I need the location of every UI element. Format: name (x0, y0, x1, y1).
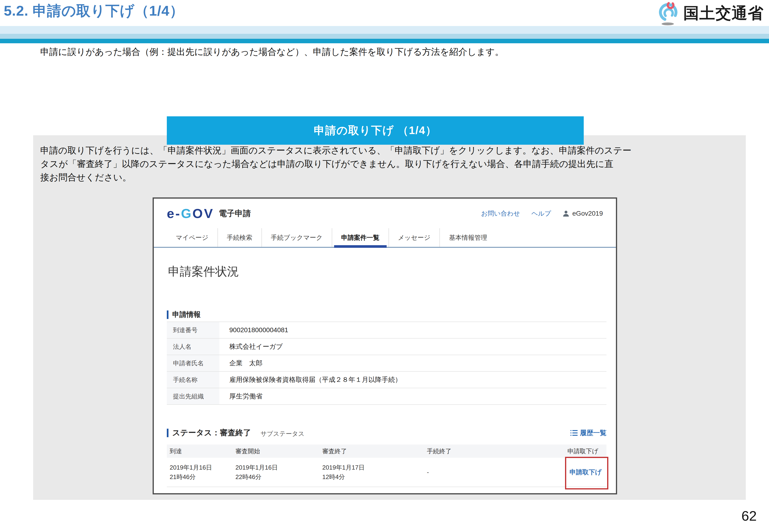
arrival-datetime: 2019年1月16日 21時46分 (167, 463, 232, 482)
egov-page-heading: 申請案件状況 (168, 264, 239, 279)
slide: 5.2. 申請の取り下げ（1/4） 国土交通省 申請に誤りがあった場合（例：提出… (0, 0, 769, 532)
procedure-end-value: - (424, 467, 565, 477)
tab-procedure-bookmark[interactable]: 手続ブックマーク (261, 228, 332, 247)
header-band-cyan (0, 39, 769, 43)
row-value: 株式会社イーガブ (219, 339, 607, 355)
withdraw-application-link[interactable]: 申請取下げ (570, 468, 602, 476)
tab-basic-info[interactable]: 基本情報管理 (440, 228, 496, 247)
substatus-label: サブステータス (260, 430, 304, 438)
list-icon (571, 430, 578, 436)
header-band-mid (0, 34, 769, 39)
tab-mypage[interactable]: マイページ (167, 228, 217, 247)
page-number: 62 (741, 508, 757, 524)
user-account[interactable]: eGov2019 (563, 210, 603, 217)
status-header-row: 到達 審査開始 審査終了 手続終了 申請取下げ (167, 445, 607, 458)
egov-service-name: 電子申請 (219, 208, 251, 219)
status-label: ステータス：審査終了 (172, 427, 251, 438)
review-start-datetime: 2019年1月16日 22時46分 (232, 463, 319, 482)
history-list-link[interactable]: 履歴一覧 (571, 428, 607, 437)
application-info-table: 到達番号 9002018000004081 法人名 株式会社イーガブ 申請者氏名… (167, 322, 607, 405)
section-banner: 申請の取り下げ （1/4） (167, 116, 584, 145)
withdraw-cell: 申請取下げ (565, 458, 607, 487)
row-value: 企業 太郎 (219, 355, 607, 371)
mlit-swirl-icon (656, 1, 680, 26)
egov-wordmark: e-GOV (167, 206, 214, 221)
row-value: 雇用保険被保険者資格取得届（平成２８年１月以降手続） (219, 372, 607, 388)
table-row: 申請者氏名 企業 太郎 (167, 355, 607, 372)
tab-messages[interactable]: メッセージ (389, 228, 440, 247)
col-review-start: 審査開始 (232, 447, 319, 455)
table-row: 法人名 株式会社イーガブ (167, 339, 607, 355)
row-label: 提出先組織 (167, 388, 219, 404)
page-title: 5.2. 申請の取り下げ（1/4） (4, 1, 184, 21)
table-row: 手続名称 雇用保険被保険者資格取得届（平成２８年１月以降手続） (167, 372, 607, 388)
status-data-row: 2019年1月16日 21時46分 2019年1月16日 22時46分 2019… (167, 458, 607, 487)
help-link[interactable]: ヘルプ (532, 209, 551, 218)
section-bar-icon (167, 310, 168, 319)
user-name: eGov2019 (572, 210, 603, 217)
col-review-end: 審査終了 (319, 447, 424, 455)
status-table: 到達 審査開始 審査終了 手続終了 申請取下げ 2019年1月16日 21時46… (167, 445, 607, 487)
section-bar-icon (167, 429, 168, 437)
tab-application-list[interactable]: 申請案件一覧 (332, 228, 389, 247)
user-icon (563, 210, 570, 217)
egov-letters-ov: OV (192, 206, 214, 221)
tab-procedure-search[interactable]: 手続検索 (217, 228, 261, 247)
row-label: 手続名称 (167, 372, 219, 388)
contact-link[interactable]: お問い合わせ (481, 209, 520, 218)
egov-header: e-GOV 電子申請 お問い合わせ ヘルプ eGov2019 (154, 199, 616, 228)
row-label: 法人名 (167, 339, 219, 355)
ministry-name: 国土交通省 (683, 3, 764, 24)
egov-letter-g: G (181, 206, 193, 221)
row-value: 9002018000004081 (219, 322, 607, 338)
col-procedure-end: 手続終了 (424, 447, 565, 455)
egov-nav: マイページ 手続検索 手続ブックマーク 申請案件一覧 メッセージ 基本情報管理 (154, 228, 616, 248)
info-section-title: 申請情報 (172, 310, 201, 319)
row-label: 申請者氏名 (167, 355, 219, 371)
row-label: 到達番号 (167, 322, 219, 338)
egov-logo[interactable]: e-GOV 電子申請 (167, 206, 251, 221)
section-banner-title: 申請の取り下げ （1/4） (314, 123, 437, 138)
intro-text: 申請に誤りがあった場合（例：提出先に誤りがあった場合など）、申請した案件を取り下… (40, 46, 504, 58)
egov-letters-e-dash: e- (167, 206, 181, 221)
header-band-light (0, 26, 769, 34)
table-row: 到達番号 9002018000004081 (167, 322, 607, 339)
section-description: 申請の取り下げを行うには、「申請案件状況」画面のステータスに表示されている、「申… (40, 144, 741, 184)
col-withdraw: 申請取下げ (565, 447, 607, 455)
status-section-header: ステータス：審査終了 サブステータス 履歴一覧 (167, 427, 607, 438)
row-value: 厚生労働省 (219, 388, 607, 404)
info-section-header: 申請情報 (167, 310, 201, 319)
table-row: 提出先組織 厚生労働省 (167, 388, 607, 405)
ministry-logo: 国土交通省 (656, 1, 764, 26)
egov-screenshot: e-GOV 電子申請 お問い合わせ ヘルプ eGov2019 (153, 197, 617, 494)
col-arrival: 到達 (167, 447, 232, 455)
review-end-datetime: 2019年1月17日 12時4分 (319, 463, 424, 482)
